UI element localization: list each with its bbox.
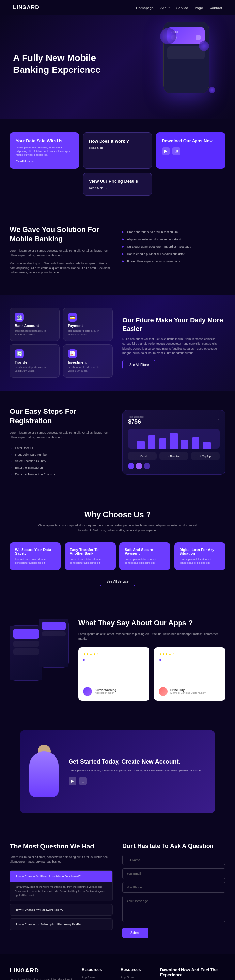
nav-homepage[interactable]: Homepage — [136, 6, 154, 10]
registration-section: Our Easy Steps For Registration Lorem ip… — [0, 391, 235, 494]
service-title-4: Investment — [68, 360, 108, 364]
message-input[interactable] — [122, 896, 225, 922]
dashboard-mockup: Total Balance $756 ⋮ ↑ Send ↓ Receive + … — [122, 410, 225, 475]
faq-question-2[interactable]: How to Change my Password easily? — [10, 904, 112, 915]
registration-left: Our Easy Steps For Registration Lorem ip… — [10, 407, 113, 477]
email-input[interactable] — [122, 869, 225, 879]
orb-decoration-1 — [160, 28, 176, 45]
balance-label: Total Balance — [128, 415, 144, 418]
solution-heading: We Gave You Solution For Mobile Banking — [10, 225, 113, 244]
nav-contact[interactable]: Contact — [210, 6, 222, 10]
hero-headline: A Fully New Mobile Banking Experience — [13, 52, 105, 76]
form-message-field — [122, 896, 225, 923]
why-desc-3: Lorem ipsum dolor sit amet, consectetur … — [125, 557, 165, 565]
faq-items: How to Change My Photo from Admin Dashbo… — [10, 870, 113, 930]
dashboard-actions: ↑ Send ↓ Receive + Top Up — [128, 452, 220, 460]
see-all-service-button[interactable]: See All Service — [100, 577, 135, 586]
play-store-icon[interactable]: ▶ — [162, 147, 170, 155]
cta-heading: Get Started Today, Create New Account. — [68, 758, 203, 765]
service-desc-3: cras hendrerit porta arcu in vestibulum … — [15, 366, 55, 373]
full-name-input[interactable] — [122, 855, 225, 865]
test-author-1: Kumis Warning Application User — [83, 687, 145, 696]
navigation: LINGARD Homepage About Service Page Cont… — [0, 0, 235, 15]
nav-page[interactable]: Page — [195, 6, 203, 10]
solution-left: We Gave You Solution For Mobile Banking … — [10, 225, 113, 278]
testimonials-heading: What They Say About Our Apps ? — [78, 619, 225, 627]
why-desc-2: Lorem ipsum dolor sit amet, consectetur … — [70, 557, 110, 565]
why-title-4: Digital Loan For Any Situation — [179, 547, 220, 555]
apple-store-icon[interactable]: ⊞ — [172, 147, 180, 155]
submit-button[interactable]: Submit — [122, 928, 148, 938]
chart-bar-2 — [148, 435, 156, 449]
solution-right: Cras hendrerit porta arcu in vestibulum … — [122, 225, 225, 278]
avatar-1 — [128, 463, 135, 469]
test-name-2: Erine Suly — [170, 688, 206, 692]
read-more-1[interactable]: Read More → — [16, 159, 73, 163]
faq-desc: Lorem ipsum dolor sit amet, consectetur … — [10, 855, 113, 864]
dashboard-menu: ⋮ — [217, 419, 220, 422]
test-role-1: Application User — [95, 692, 116, 694]
nav-links: Homepage About Service Page Contact — [136, 5, 222, 10]
why-card-3: Safe And Secure Payment Lorem ipsum dolo… — [119, 542, 170, 570]
cta-content: Get Started Today, Create New Account. L… — [68, 758, 203, 785]
why-grid: We Secure Your Data Savety Lorem ipsum d… — [10, 542, 225, 570]
step-4: Enter the Transaction — [10, 465, 113, 471]
cta-app-icons: ▶ ⊞ — [68, 777, 203, 785]
footer-brand: LINGARD Lorem ipsum dolor sit amet, cons… — [10, 967, 75, 980]
service-grid: 🏦 Bank Account cras hendrerit porta arcu… — [10, 308, 113, 378]
receive-action: ↓ Receive — [159, 452, 188, 460]
why-title-3: Safe And Secure Payment — [125, 547, 165, 555]
avatar-2 — [136, 463, 142, 469]
service-bank-account: 🏦 Bank Account cras hendrerit porta arcu… — [10, 308, 60, 341]
why-desc-1: Lorem ipsum dolor sit amet, consectetur … — [15, 557, 56, 565]
footer-resources-1-list: App Store Registration Privacy Policy — [82, 976, 114, 980]
balance-amount: $756 — [128, 418, 144, 425]
cta-apple-icon[interactable]: ⊞ — [79, 777, 87, 785]
feature-card-download: Download Our Apps Now ▶ ⊞ — [156, 132, 225, 169]
why-card-4: Digital Loan For Any Situation Lorem ips… — [174, 542, 225, 570]
see-all-fiture-button[interactable]: See All Fiture — [122, 360, 156, 369]
testimonials-section: What They Say About Our Apps ? Lorem ips… — [0, 603, 235, 717]
footer-link-app-store-2[interactable]: App Store — [121, 976, 153, 979]
test-text-1: Lorem ipsum dolor sit amet, consectetur … — [83, 666, 145, 680]
phone-avatar-2 — [195, 35, 202, 40]
testimonials-desc: Lorem ipsum dolor sit amet, consectetur … — [78, 632, 225, 641]
services-left: 🏦 Bank Account cras hendrerit porta arcu… — [10, 308, 113, 378]
footer-resources-1-heading: Resources — [82, 967, 114, 972]
why-desc: Class aptent taciti sociosqu ad litora t… — [36, 523, 199, 533]
nav-service[interactable]: Service — [176, 6, 188, 10]
footer-download: Dawnload Now And Feel The Experience. Ma… — [160, 967, 225, 980]
hero-phone-illustration: Cards — [144, 22, 229, 107]
test-text-2: Lorem ipsum dolor sit amet, consectetur … — [159, 666, 221, 680]
footer-link-app-store-1[interactable]: App Store — [82, 976, 114, 979]
read-more-2[interactable]: Read More → — [89, 146, 146, 150]
phone-input[interactable] — [122, 882, 225, 892]
faq-left: The Most Question We Had Lorem ipsum dol… — [10, 843, 113, 938]
why-card-1: We Secure Your Data Savety Lorem ipsum d… — [10, 542, 61, 570]
footer-brand-desc: Lorem ipsum dolor sit amet, consectetur … — [10, 977, 75, 980]
services-section: 🏦 Bank Account cras hendrerit porta arcu… — [0, 295, 235, 391]
chart-bar-4 — [170, 433, 177, 449]
registration-desc: Lorem ipsum dolor sit amet, consectetur … — [10, 430, 113, 440]
service-title-2: Payment — [68, 324, 108, 328]
solution-item-4: Donec et odio pulvinar dui sodales cupid… — [122, 250, 225, 258]
logo: LINGARD — [13, 5, 39, 10]
contact-heading: Dont Hasitate To Ask A Question — [122, 843, 225, 850]
cta-desc: Lorem ipsum dolor sit amet, consectetur … — [68, 769, 203, 773]
cta-play-icon[interactable]: ▶ — [68, 777, 76, 785]
faq-question-3[interactable]: How to Change my Subscription Plan using… — [10, 919, 112, 930]
solution-item-3: Nulla eget quam eget lorem imperdiet mal… — [122, 243, 225, 251]
hero-content: A Fully New Mobile Banking Experience — [13, 52, 105, 76]
solution-list: Cras hendrerit porta arcu in vestibulum … — [122, 228, 225, 265]
solution-item-1: Cras hendrerit porta arcu in vestibulum — [122, 228, 225, 236]
mini-phone-2 — [39, 619, 68, 668]
quote-icon-2: " — [159, 658, 221, 665]
test-name-1: Kumis Warning — [95, 688, 116, 692]
step-5: Enter the Transaction Password — [10, 471, 113, 477]
orb-decoration-3 — [209, 87, 215, 93]
nav-about[interactable]: About — [160, 6, 170, 10]
faq-question-1[interactable]: How to Change My Photo from Admin Dashbo… — [10, 871, 112, 882]
chart-bar-7 — [203, 442, 210, 449]
investment-icon: 📈 — [68, 349, 77, 358]
read-more-3[interactable]: Read More → — [89, 186, 146, 189]
